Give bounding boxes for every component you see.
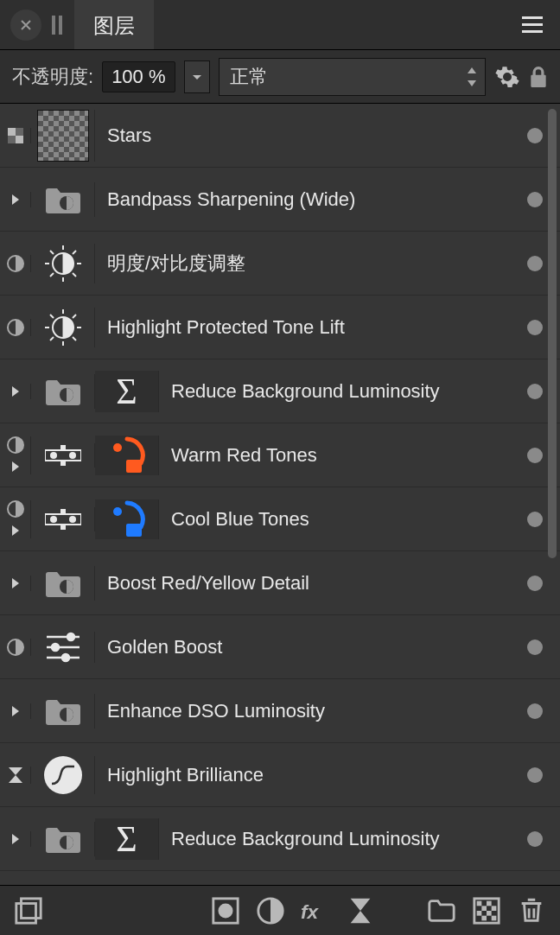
expand-button[interactable]: [8, 703, 23, 719]
layer-name[interactable]: Reduce Background Luminosity: [159, 828, 527, 850]
layer-name[interactable]: Highlight Protected Tone Lift: [95, 316, 527, 339]
panel-menu-button[interactable]: [515, 10, 550, 40]
svg-point-32: [50, 516, 57, 523]
group-icon: [43, 694, 83, 728]
expand-button[interactable]: [8, 384, 23, 399]
svg-point-43: [52, 644, 59, 651]
layer-type-icon-cell: [31, 507, 95, 531]
layer-toggle-column: [0, 384, 31, 399]
close-button[interactable]: [10, 10, 41, 41]
svg-rect-29: [126, 460, 142, 473]
layer-row[interactable]: Warm Red Tones: [0, 423, 560, 487]
layer-secondary-icon-cell: [95, 499, 159, 539]
layer-name[interactable]: Stars: [95, 124, 527, 147]
layer-toggle-column: [0, 128, 31, 143]
expand-button[interactable]: [8, 459, 23, 474]
layer-row[interactable]: 明度/对比度调整: [0, 232, 560, 296]
folder-icon: [427, 896, 456, 925]
visibility-toggle[interactable]: [527, 128, 543, 143]
layer-type-icon-cell: [31, 374, 95, 409]
expand-button[interactable]: [8, 831, 23, 847]
layer-row[interactable]: Highlight Protected Tone Lift: [0, 296, 560, 359]
layer-row[interactable]: Enhance DSO Luminosity: [0, 679, 560, 743]
layer-list[interactable]: StarsBandpass Sharpening (Wide)明度/对比度调整H…: [0, 104, 560, 885]
checker-square-icon: [472, 896, 501, 925]
live-filter-icon: [8, 766, 23, 784]
visibility-toggle[interactable]: [527, 384, 543, 399]
settings-button[interactable]: [494, 64, 520, 90]
layer-type-icon-cell: [31, 308, 95, 347]
visibility-toggle[interactable]: [527, 639, 543, 655]
layer-toggle-column: [0, 436, 31, 474]
visibility-toggle[interactable]: [527, 576, 543, 591]
panel-tab-layers[interactable]: 图层: [74, 0, 154, 49]
expand-button[interactable]: [8, 192, 23, 207]
layer-row[interactable]: ΣReduce Background Luminosity: [0, 807, 560, 871]
layer-name[interactable]: Boost Red/Yellow Detail: [95, 572, 527, 595]
options-bar: 不透明度: 100 % 正常: [0, 50, 560, 104]
visibility-toggle[interactable]: [527, 256, 543, 271]
visibility-toggle[interactable]: [527, 831, 543, 847]
layer-name[interactable]: Warm Red Tones: [159, 444, 527, 467]
visibility-toggle[interactable]: [527, 512, 543, 527]
blend-mode-value: 正常: [230, 64, 268, 90]
group-button[interactable]: [427, 896, 456, 925]
layer-row[interactable]: Boost Red/Yellow Detail: [0, 551, 560, 615]
brightness-contrast-icon: [43, 308, 83, 347]
blend-mode-select[interactable]: 正常: [219, 58, 486, 96]
stack-button[interactable]: [14, 896, 43, 925]
opacity-input[interactable]: 100 %: [102, 61, 175, 92]
svg-point-36: [113, 507, 122, 516]
adjustment-indicator-icon: [7, 319, 24, 336]
layer-name[interactable]: Enhance DSO Luminosity: [95, 700, 527, 722]
layer-type-icon-cell: [31, 756, 95, 794]
scrollbar-thumb[interactable]: [548, 109, 557, 558]
stack-icon: [14, 896, 43, 925]
opacity-dropdown-button[interactable]: [184, 60, 210, 93]
layer-row[interactable]: Stars: [0, 104, 560, 168]
sigma-icon: Σ: [116, 371, 137, 412]
lock-button[interactable]: [529, 66, 548, 88]
visibility-toggle[interactable]: [527, 767, 543, 783]
expand-button[interactable]: [8, 576, 23, 591]
svg-rect-37: [126, 524, 142, 537]
layer-row[interactable]: ΣReduce Background Luminosity: [0, 359, 560, 423]
fx-button[interactable]: fx: [301, 896, 330, 925]
visibility-toggle[interactable]: [527, 703, 543, 719]
visibility-toggle[interactable]: [527, 448, 543, 463]
visibility-toggle[interactable]: [527, 192, 543, 207]
scrollbar[interactable]: [548, 109, 557, 880]
svg-rect-49: [16, 903, 36, 923]
live-filter-button[interactable]: [346, 896, 375, 925]
mask-button[interactable]: [211, 896, 240, 925]
svg-line-19: [50, 337, 54, 340]
layer-row[interactable]: Cool Blue Tones: [0, 487, 560, 551]
layer-name[interactable]: 明度/对比度调整: [95, 251, 527, 277]
pause-icon: [52, 16, 62, 35]
layer-type-icon-cell: [31, 182, 95, 217]
layer-name[interactable]: Golden Boost: [95, 636, 527, 658]
visibility-toggle[interactable]: [527, 320, 543, 335]
layer-toggle-column: [0, 703, 31, 719]
layer-row[interactable]: Bandpass Sharpening (Wide): [0, 168, 560, 232]
layer-name[interactable]: Reduce Background Luminosity: [159, 380, 527, 403]
fx-icon: fx: [301, 896, 330, 925]
adjustment-indicator-icon: [7, 500, 24, 518]
svg-rect-60: [487, 911, 492, 916]
gradient-map-icon: [45, 443, 81, 467]
layer-row[interactable]: Golden Boost: [0, 615, 560, 679]
layer-name[interactable]: Bandpass Sharpening (Wide): [95, 188, 527, 211]
group-icon: [43, 374, 83, 409]
adjustment-button[interactable]: [256, 896, 285, 925]
expand-button[interactable]: [8, 523, 23, 538]
new-layer-button[interactable]: [472, 896, 501, 925]
layer-thumbnail[interactable]: [37, 110, 89, 162]
gradient-map-icon: [45, 507, 81, 531]
layer-row[interactable]: Highlight Brilliance: [0, 743, 560, 807]
layer-toggle-column: [0, 500, 31, 538]
layer-name[interactable]: Highlight Brilliance: [95, 764, 527, 786]
adjustment-indicator-icon: [7, 436, 24, 454]
delete-button[interactable]: [517, 896, 546, 925]
layer-name[interactable]: Cool Blue Tones: [159, 508, 527, 531]
sigma-icon: Σ: [116, 818, 137, 860]
